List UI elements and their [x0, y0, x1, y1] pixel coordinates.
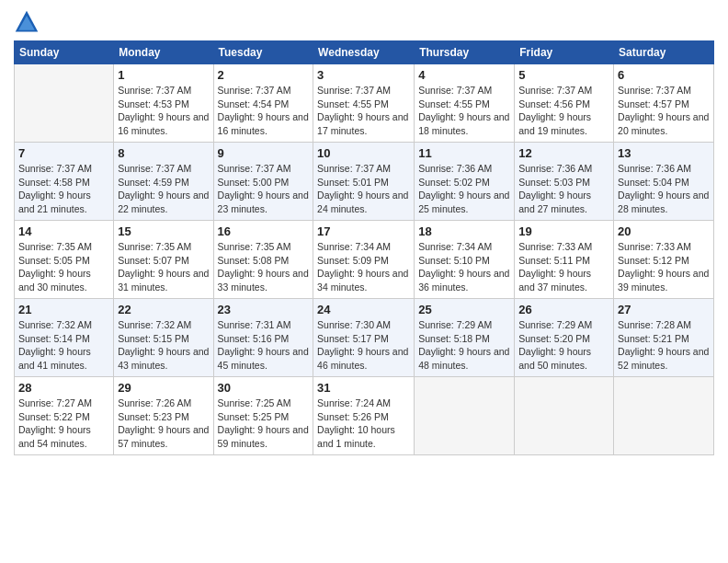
- day-info: Sunrise: 7:37 AMSunset: 5:01 PMDaylight:…: [317, 162, 410, 216]
- day-info: Sunrise: 7:36 AMSunset: 5:02 PMDaylight:…: [418, 162, 510, 216]
- day-cell: 15Sunrise: 7:35 AMSunset: 5:07 PMDayligh…: [114, 221, 213, 299]
- day-cell: 21Sunrise: 7:32 AMSunset: 5:14 PMDayligh…: [15, 299, 114, 377]
- day-number: 23: [218, 303, 310, 316]
- day-cell: 28Sunrise: 7:27 AMSunset: 5:22 PMDayligh…: [15, 377, 114, 455]
- column-header-friday: Friday: [515, 41, 614, 64]
- day-cell: 6Sunrise: 7:37 AMSunset: 4:57 PMDaylight…: [614, 64, 714, 143]
- day-info: Sunrise: 7:37 AMSunset: 4:57 PMDaylight:…: [618, 84, 710, 138]
- day-number: 15: [118, 224, 209, 238]
- day-cell: 13Sunrise: 7:36 AMSunset: 5:04 PMDayligh…: [614, 143, 714, 221]
- day-cell: 19Sunrise: 7:33 AMSunset: 5:11 PMDayligh…: [515, 221, 614, 299]
- day-cell: 30Sunrise: 7:25 AMSunset: 5:25 PMDayligh…: [213, 377, 313, 455]
- day-info: Sunrise: 7:31 AMSunset: 5:16 PMDaylight:…: [218, 318, 310, 373]
- day-number: 10: [317, 146, 410, 160]
- day-number: 2: [218, 68, 310, 82]
- day-number: 29: [118, 381, 209, 395]
- column-header-monday: Monday: [114, 41, 213, 64]
- day-number: 21: [18, 303, 109, 316]
- day-info: Sunrise: 7:25 AMSunset: 5:25 PMDaylight:…: [218, 396, 310, 451]
- day-cell: 2Sunrise: 7:37 AMSunset: 4:54 PMDaylight…: [213, 64, 313, 143]
- day-number: 19: [518, 224, 609, 238]
- day-number: 3: [317, 68, 410, 82]
- day-info: Sunrise: 7:33 AMSunset: 5:11 PMDaylight:…: [518, 240, 609, 294]
- header-area: [14, 9, 714, 35]
- day-info: Sunrise: 7:37 AMSunset: 4:55 PMDaylight:…: [418, 84, 510, 138]
- day-number: 4: [418, 68, 510, 82]
- day-info: Sunrise: 7:32 AMSunset: 5:15 PMDaylight:…: [118, 318, 209, 373]
- column-header-saturday: Saturday: [614, 41, 714, 64]
- day-info: Sunrise: 7:28 AMSunset: 5:21 PMDaylight:…: [618, 318, 710, 373]
- day-info: Sunrise: 7:29 AMSunset: 5:20 PMDaylight:…: [518, 318, 609, 373]
- day-cell: 4Sunrise: 7:37 AMSunset: 4:55 PMDaylight…: [415, 64, 515, 143]
- day-cell: [415, 377, 515, 455]
- day-cell: 3Sunrise: 7:37 AMSunset: 4:55 PMDaylight…: [313, 64, 415, 143]
- day-cell: 17Sunrise: 7:34 AMSunset: 5:09 PMDayligh…: [313, 221, 415, 299]
- day-info: Sunrise: 7:24 AMSunset: 5:26 PMDaylight:…: [317, 396, 410, 451]
- day-number: 9: [218, 146, 310, 160]
- day-cell: 23Sunrise: 7:31 AMSunset: 5:16 PMDayligh…: [213, 299, 313, 377]
- day-number: 17: [317, 224, 410, 238]
- day-number: 14: [18, 224, 109, 238]
- day-info: Sunrise: 7:34 AMSunset: 5:10 PMDaylight:…: [418, 240, 510, 294]
- day-number: 26: [518, 303, 609, 316]
- day-number: 31: [317, 381, 410, 395]
- day-cell: 14Sunrise: 7:35 AMSunset: 5:05 PMDayligh…: [15, 221, 114, 299]
- day-cell: 10Sunrise: 7:37 AMSunset: 5:01 PMDayligh…: [313, 143, 415, 221]
- day-info: Sunrise: 7:37 AMSunset: 4:53 PMDaylight:…: [118, 84, 209, 138]
- day-info: Sunrise: 7:35 AMSunset: 5:07 PMDaylight:…: [118, 240, 209, 294]
- header-row: SundayMondayTuesdayWednesdayThursdayFrid…: [15, 41, 714, 64]
- day-info: Sunrise: 7:37 AMSunset: 4:58 PMDaylight:…: [18, 162, 109, 216]
- day-info: Sunrise: 7:32 AMSunset: 5:14 PMDaylight:…: [18, 318, 109, 373]
- day-cell: 26Sunrise: 7:29 AMSunset: 5:20 PMDayligh…: [515, 299, 614, 377]
- day-number: 20: [618, 224, 710, 238]
- column-header-sunday: Sunday: [15, 41, 114, 64]
- day-info: Sunrise: 7:37 AMSunset: 4:55 PMDaylight:…: [317, 84, 410, 138]
- day-cell: 16Sunrise: 7:35 AMSunset: 5:08 PMDayligh…: [213, 221, 313, 299]
- day-info: Sunrise: 7:36 AMSunset: 5:03 PMDaylight:…: [518, 162, 609, 216]
- day-number: 18: [418, 224, 510, 238]
- logo-icon: [14, 9, 40, 35]
- day-number: 16: [218, 224, 310, 238]
- day-info: Sunrise: 7:35 AMSunset: 5:08 PMDaylight:…: [218, 240, 310, 294]
- day-info: Sunrise: 7:36 AMSunset: 5:04 PMDaylight:…: [618, 162, 710, 216]
- logo: [14, 9, 43, 35]
- day-cell: 24Sunrise: 7:30 AMSunset: 5:17 PMDayligh…: [313, 299, 415, 377]
- day-info: Sunrise: 7:34 AMSunset: 5:09 PMDaylight:…: [317, 240, 410, 294]
- day-cell: 18Sunrise: 7:34 AMSunset: 5:10 PMDayligh…: [415, 221, 515, 299]
- day-info: Sunrise: 7:37 AMSunset: 4:56 PMDaylight:…: [518, 84, 609, 138]
- day-info: Sunrise: 7:35 AMSunset: 5:05 PMDaylight:…: [18, 240, 109, 294]
- day-cell: 27Sunrise: 7:28 AMSunset: 5:21 PMDayligh…: [614, 299, 714, 377]
- day-number: 7: [18, 146, 109, 160]
- day-cell: [15, 64, 114, 143]
- column-header-thursday: Thursday: [415, 41, 515, 64]
- day-info: Sunrise: 7:27 AMSunset: 5:22 PMDaylight:…: [18, 396, 109, 451]
- column-header-tuesday: Tuesday: [213, 41, 313, 64]
- day-number: 8: [118, 146, 209, 160]
- calendar-table: SundayMondayTuesdayWednesdayThursdayFrid…: [14, 40, 714, 455]
- day-cell: 8Sunrise: 7:37 AMSunset: 4:59 PMDaylight…: [114, 143, 213, 221]
- day-info: Sunrise: 7:37 AMSunset: 5:00 PMDaylight:…: [218, 162, 310, 216]
- day-number: 30: [218, 381, 310, 395]
- day-cell: 31Sunrise: 7:24 AMSunset: 5:26 PMDayligh…: [313, 377, 415, 455]
- day-cell: 25Sunrise: 7:29 AMSunset: 5:18 PMDayligh…: [415, 299, 515, 377]
- day-cell: 9Sunrise: 7:37 AMSunset: 5:00 PMDaylight…: [213, 143, 313, 221]
- week-row-4: 21Sunrise: 7:32 AMSunset: 5:14 PMDayligh…: [15, 299, 714, 377]
- column-header-wednesday: Wednesday: [313, 41, 415, 64]
- day-cell: 7Sunrise: 7:37 AMSunset: 4:58 PMDaylight…: [15, 143, 114, 221]
- day-info: Sunrise: 7:30 AMSunset: 5:17 PMDaylight:…: [317, 318, 410, 373]
- day-cell: 11Sunrise: 7:36 AMSunset: 5:02 PMDayligh…: [415, 143, 515, 221]
- day-number: 5: [518, 68, 609, 82]
- day-cell: 20Sunrise: 7:33 AMSunset: 5:12 PMDayligh…: [614, 221, 714, 299]
- day-number: 13: [618, 146, 710, 160]
- day-info: Sunrise: 7:37 AMSunset: 4:59 PMDaylight:…: [118, 162, 209, 216]
- day-number: 27: [618, 303, 710, 316]
- day-cell: [515, 377, 614, 455]
- day-info: Sunrise: 7:33 AMSunset: 5:12 PMDaylight:…: [618, 240, 710, 294]
- week-row-3: 14Sunrise: 7:35 AMSunset: 5:05 PMDayligh…: [15, 221, 714, 299]
- week-row-2: 7Sunrise: 7:37 AMSunset: 4:58 PMDaylight…: [15, 143, 714, 221]
- day-number: 24: [317, 303, 410, 316]
- day-number: 1: [118, 68, 209, 82]
- day-cell: 1Sunrise: 7:37 AMSunset: 4:53 PMDaylight…: [114, 64, 213, 143]
- day-cell: 12Sunrise: 7:36 AMSunset: 5:03 PMDayligh…: [515, 143, 614, 221]
- day-number: 11: [418, 146, 510, 160]
